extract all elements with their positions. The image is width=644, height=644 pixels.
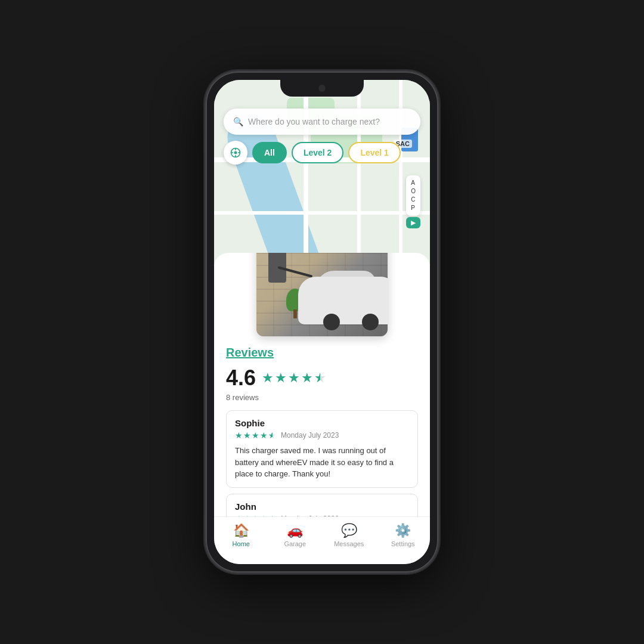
- review-card-1: Sophie ★ ★ ★ ★ ★★ Monday July 2023 Thi: [226, 410, 418, 488]
- star-5-half: ★ ★: [314, 370, 326, 386]
- phone-screen: SAC 275 Goog... A O C P ▶ 🔍 Where do you…: [214, 80, 430, 564]
- reviewer-name-2: John: [235, 501, 409, 512]
- home-label: Home: [233, 540, 250, 547]
- home-icon: 🏠: [233, 523, 249, 538]
- svg-point-1: [234, 151, 237, 154]
- nav-garage[interactable]: 🚗 Garage: [268, 523, 323, 547]
- location-button[interactable]: [224, 141, 247, 165]
- star-3: ★: [288, 370, 300, 386]
- charger-image: [256, 253, 388, 336]
- rating-number: 4.6: [226, 366, 256, 391]
- filter-row: All Level 2 Level 1: [224, 141, 420, 165]
- nav-messages[interactable]: 💬 Messages: [322, 523, 376, 547]
- filter-level1-button[interactable]: Level 1: [348, 142, 400, 163]
- settings-icon: ⚙️: [395, 523, 411, 538]
- star-2: ★: [275, 370, 287, 386]
- reviewer-date-1: Monday July 2023: [281, 431, 339, 439]
- reviewer-meta-1: ★ ★ ★ ★ ★★ Monday July 2023: [235, 431, 409, 440]
- search-bar[interactable]: 🔍 Where do you want to charge next?: [224, 109, 420, 135]
- map-side-info: A O C P: [406, 175, 420, 216]
- star-1: ★: [262, 370, 274, 386]
- settings-label: Settings: [391, 540, 415, 547]
- phone-frame: SAC 275 Goog... A O C P ▶ 🔍 Where do you…: [206, 72, 438, 572]
- review-text-1: This charger saved me. I was running out…: [235, 445, 409, 480]
- reviewer-name-1: Sophie: [235, 418, 409, 428]
- star-4: ★: [301, 370, 313, 386]
- stars-container: ★ ★ ★ ★ ★ ★: [262, 370, 326, 386]
- messages-icon: 💬: [341, 523, 357, 538]
- reviews-count: 8 reviews: [226, 393, 418, 402]
- garage-label: Garage: [284, 540, 306, 547]
- nav-home[interactable]: 🏠 Home: [214, 523, 268, 547]
- search-icon: 🔍: [233, 117, 243, 126]
- car-wheel-1: [362, 314, 379, 330]
- messages-label: Messages: [334, 540, 364, 547]
- car-wheel-2: [323, 314, 340, 330]
- filter-all-button[interactable]: All: [252, 142, 287, 163]
- nav-settings[interactable]: ⚙️ Settings: [376, 523, 431, 547]
- garage-icon: 🚗: [287, 523, 303, 538]
- filter-level2-button[interactable]: Level 2: [292, 142, 343, 163]
- camera: [318, 85, 326, 92]
- notch: [280, 80, 364, 97]
- map-side-green-btn[interactable]: ▶: [406, 217, 420, 228]
- reviews-title: Reviews: [226, 346, 418, 360]
- reviewer-stars-1: ★ ★ ★ ★ ★★: [235, 431, 276, 440]
- bottom-panel: Reviews 4.6 ★ ★ ★ ★ ★ ★: [214, 253, 430, 564]
- bottom-nav: 🏠 Home 🚗 Garage 💬 Messages ⚙️ Settings: [214, 516, 430, 564]
- search-input[interactable]: Where do you want to charge next?: [248, 117, 411, 126]
- rating-row: 4.6 ★ ★ ★ ★ ★ ★: [226, 366, 418, 391]
